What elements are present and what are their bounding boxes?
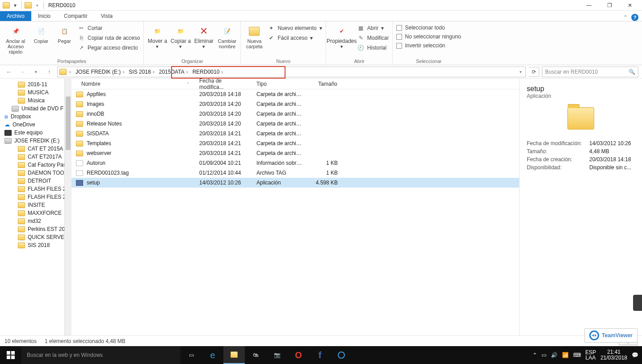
invert-selection-button[interactable]: Invertir selección — [395, 42, 462, 49]
tray-chevron-icon[interactable]: ⌃ — [533, 352, 537, 358]
file-row[interactable]: RERD001023.tag01/12/2014 10:44Archivo TA… — [71, 168, 519, 178]
tree-node[interactable]: Este equipo — [0, 129, 71, 137]
tree-node[interactable]: CAT ET 2015A — [0, 145, 71, 153]
wifi-icon[interactable]: 📶 — [562, 352, 569, 358]
paste-button[interactable]: 📋 Pegar — [54, 22, 75, 44]
opera-button[interactable]: O — [288, 346, 309, 364]
tree-node[interactable]: FLASH FILES 201 — [0, 185, 71, 193]
properties-button[interactable]: ✔Propiedades ▾ — [329, 22, 355, 49]
side-tab[interactable] — [633, 295, 642, 311]
breadcrumb-item[interactable]: 2015DATA› — [157, 69, 190, 75]
tree-node[interactable]: CAT ET2017A — [0, 153, 71, 161]
new-folder-button[interactable]: Nueva carpeta — [243, 22, 265, 49]
qat-dropdown-icon[interactable]: ▾ — [33, 1, 42, 9]
paste-shortcut-button[interactable]: ↗Pegar acceso directo — [77, 44, 141, 52]
copy-button[interactable]: 📄 Copiar — [30, 22, 52, 44]
breadcrumb-bar[interactable]: › JOSE FREDIK (E:)› SIS 2018› 2015DATA› … — [57, 67, 526, 77]
language-indicator[interactable]: ESPLAA — [585, 350, 596, 360]
collapse-ribbon-icon[interactable]: ⌃ — [623, 14, 628, 21]
taskbar-search[interactable]: Buscar en la web y en Windows — [21, 346, 180, 364]
tab-inicio[interactable]: Inicio — [31, 11, 57, 21]
teamviewer-button[interactable] — [331, 346, 352, 364]
maximize-button[interactable]: ❐ — [599, 0, 620, 11]
tree-node[interactable]: QUICK SERVE — [0, 233, 71, 241]
tree-node[interactable]: SIS 2018 — [0, 241, 71, 249]
tree-node[interactable]: DETROIT — [0, 177, 71, 185]
address-dropdown-icon[interactable]: ▾ — [520, 70, 522, 74]
file-row[interactable]: SISDATA20/03/2018 14:21Carpeta de archiv… — [71, 129, 519, 138]
forward-button[interactable]: → — [17, 67, 28, 77]
col-size[interactable]: Tamaño — [308, 81, 342, 87]
file-row[interactable]: innoDB20/03/2018 14:20Carpeta de archivo… — [71, 109, 519, 119]
search-input[interactable]: Buscar en RERD0010 🔍 — [542, 67, 638, 77]
tree-node[interactable]: JOSE FREDIK (E:) — [0, 137, 71, 145]
tree-node[interactable]: Perkins EST 2010 — [0, 225, 71, 233]
facebook-button[interactable]: f — [309, 346, 331, 364]
history-button[interactable]: 🕘Historial — [357, 44, 390, 52]
tree-node[interactable]: ⧈Dropbox — [0, 113, 71, 121]
easy-access-button[interactable]: ✔Fácil acceso ▾ — [267, 34, 323, 42]
tree-node[interactable]: 2016-11 — [0, 80, 71, 88]
camera-button[interactable]: 📷 — [266, 346, 288, 364]
close-button[interactable]: ✕ — [620, 0, 640, 11]
minimize-button[interactable]: ― — [579, 0, 599, 11]
cut-button[interactable]: ✂Cortar — [77, 24, 141, 32]
tree-node[interactable]: ☁OneDrive — [0, 121, 71, 129]
breadcrumb-item[interactable]: RERD0010› — [191, 69, 225, 75]
back-button[interactable]: ← — [4, 67, 14, 77]
battery-icon[interactable]: ▭ — [541, 352, 546, 358]
breadcrumb-chevron[interactable]: › — [67, 69, 73, 75]
col-type[interactable]: Tipo — [252, 81, 308, 87]
notifications-icon[interactable]: 💬 — [632, 352, 638, 358]
tree-node[interactable]: Cat Factory Pass — [0, 161, 71, 169]
tree-node[interactable]: MUSICA — [0, 88, 71, 96]
explorer-button[interactable] — [223, 346, 245, 364]
select-all-button[interactable]: Seleccionar todo — [395, 24, 462, 31]
keyboard-icon[interactable]: ⌨ — [573, 352, 581, 358]
tree-scrollbar[interactable] — [64, 79, 71, 346]
tab-vista[interactable]: Vista — [94, 11, 119, 21]
col-date[interactable]: Fecha de modifica... — [195, 78, 252, 90]
delete-button[interactable]: ✕Eliminar ▾ — [193, 22, 214, 49]
file-row[interactable]: Release Notes20/03/2018 14:20Carpeta de … — [71, 119, 519, 129]
tree-node[interactable]: Música — [0, 96, 71, 105]
file-row[interactable]: setup14/03/2012 10:26Aplicación4.598 KB — [71, 178, 519, 188]
move-to-button[interactable]: 📁Mover a ▾ — [147, 22, 168, 49]
tree-node[interactable]: md32 — [0, 217, 71, 225]
file-row[interactable]: Templates20/03/2018 14:21Carpeta de arch… — [71, 138, 519, 148]
tree-node[interactable]: DAEMON TOOLS — [0, 169, 71, 177]
copy-path-button[interactable]: ⎘Copiar ruta de acceso — [77, 34, 141, 42]
edge-button[interactable]: e — [202, 346, 223, 364]
teamviewer-badge[interactable]: TeamViewer — [584, 328, 638, 343]
tab-compartir[interactable]: Compartir — [57, 11, 94, 21]
nav-tree[interactable]: 2016-11MUSICAMúsicaUnidad de DVD F⧈Dropb… — [0, 79, 71, 251]
clock[interactable]: 21:4121/03/2018 — [600, 349, 627, 361]
open-button[interactable]: ▦Abrir ▾ — [357, 24, 390, 32]
rename-button[interactable]: 📝Cambiar nombre — [216, 22, 238, 49]
file-row[interactable]: webserver20/03/2018 14:21Carpeta de arch… — [71, 148, 519, 158]
up-button[interactable]: ↑ — [44, 67, 55, 77]
start-button[interactable] — [0, 346, 21, 364]
refresh-button[interactable]: ⟳ — [529, 67, 539, 77]
task-view-button[interactable]: ▭ — [180, 346, 202, 364]
breadcrumb-item[interactable]: SIS 2018› — [127, 69, 156, 75]
copy-to-button[interactable]: 📁Copiar a ▾ — [170, 22, 191, 49]
tab-archivo[interactable]: Archivo — [0, 11, 31, 21]
breadcrumb-item[interactable]: JOSE FREDIK (E:)› — [74, 69, 126, 75]
tree-node[interactable]: FLASH FILES 201 — [0, 193, 71, 201]
scrollbar-thumb[interactable] — [66, 96, 71, 150]
file-row[interactable]: Appfiles20/03/2018 14:18Carpeta de archi… — [71, 89, 519, 99]
edit-button[interactable]: ✎Modificar — [357, 34, 390, 42]
pin-quickaccess-button[interactable]: 📌 Anclar al Acceso rápido — [3, 22, 29, 54]
help-icon[interactable]: ? — [631, 14, 638, 21]
recent-dropdown[interactable]: ▾ — [30, 67, 41, 77]
store-button[interactable]: 🛍 — [245, 346, 266, 364]
new-item-button[interactable]: ✦Nuevo elemento ▾ — [267, 24, 323, 32]
file-row[interactable]: Autorun01/09/2004 10:21Información sobre… — [71, 158, 519, 168]
col-name[interactable]: Nombre⌃ — [71, 81, 195, 87]
tree-node[interactable]: INSITE — [0, 201, 71, 209]
volume-icon[interactable]: 🔊 — [551, 352, 558, 358]
file-row[interactable]: Images20/03/2018 14:20Carpeta de archivo… — [71, 99, 519, 109]
qat-properties-icon[interactable] — [24, 1, 33, 9]
tree-node[interactable]: Unidad de DVD F — [0, 105, 71, 113]
